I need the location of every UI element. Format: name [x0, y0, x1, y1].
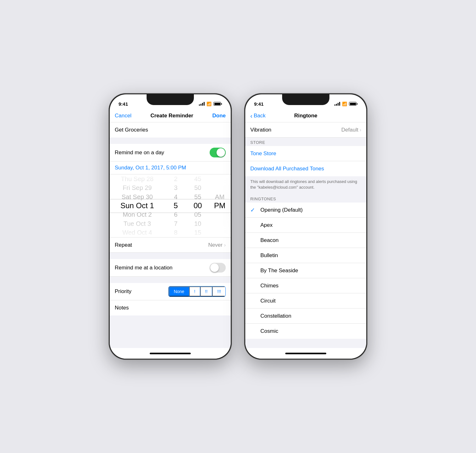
list-item[interactable]: ✓ Chimes	[245, 278, 366, 293]
page-title-ringtone: Ringtone	[294, 113, 317, 119]
ringtone-name: Circuit	[260, 298, 276, 304]
phone-reminder: 9:41 📶 Cancel Create Reminder Done	[109, 93, 232, 360]
cancel-button[interactable]: Cancel	[115, 113, 131, 119]
list-item[interactable]: ✓ Constellation	[245, 309, 366, 324]
divider-3	[110, 280, 231, 283]
ringtone-name: Constellation	[260, 313, 291, 319]
remind-day-toggle[interactable]	[210, 148, 226, 157]
list-item[interactable]: ✓ Cosmic	[245, 324, 366, 339]
done-button[interactable]: Done	[212, 113, 226, 119]
ringtone-name: Opening (Default)	[260, 207, 303, 213]
nav-bar-ringtone: ‹ Back Ringtone	[245, 110, 366, 122]
ringtone-content: Vibration Default › STORE Tone Store Dow…	[245, 122, 366, 359]
wifi-icon-2: 📶	[342, 102, 347, 106]
picker-item: Thu Sep 28	[110, 174, 165, 183]
list-item[interactable]: ✓ Circuit	[245, 293, 366, 309]
picker-item: 7	[165, 219, 187, 228]
picker-item-selected: Sun Oct 1	[110, 201, 165, 210]
list-item[interactable]: ✓ Beacon	[245, 233, 366, 248]
priority-buttons: None ! !! !!!	[168, 286, 226, 297]
picker-item	[209, 210, 231, 219]
ringtone-name: Apex	[260, 222, 273, 228]
picker-item: 45	[187, 174, 209, 183]
tone-store-link[interactable]: Tone Store	[250, 150, 276, 157]
list-item[interactable]: ✓ Bulletin	[245, 248, 366, 263]
status-time-2: 9:41	[254, 101, 264, 107]
vibration-chevron-icon: ›	[360, 127, 361, 133]
repeat-row[interactable]: Repeat Never ›	[110, 238, 231, 253]
picker-col-ampm[interactable]: AM PM	[209, 174, 231, 237]
notch	[147, 94, 194, 105]
picker-item: AM	[209, 192, 231, 201]
bottom-spacer	[110, 319, 231, 325]
notch-2	[282, 94, 329, 105]
picker-col-minute[interactable]: 45 50 55 00 05 10 15	[187, 174, 209, 237]
picker-item: 05	[187, 210, 209, 219]
remind-on-day-label: Remind me on a day	[115, 150, 164, 156]
repeat-label: Repeat	[115, 242, 132, 248]
back-label: Back	[254, 113, 266, 119]
priority-label: Priority	[115, 288, 131, 295]
picker-item: Sat Sep 30	[110, 192, 165, 201]
picker-col-date[interactable]: Thu Sep 28 Fri Sep 29 Sat Sep 30 Sun Oct…	[110, 174, 165, 237]
picker-item: 8	[165, 228, 187, 237]
home-bar-2	[285, 353, 326, 354]
date-link[interactable]: Sunday, Oct 1, 2017, 5:00 PM	[110, 162, 231, 174]
picker-item-selected: 00	[187, 201, 209, 210]
picker-item	[209, 228, 231, 237]
ringtone-name: Beacon	[260, 237, 279, 244]
date-time-picker[interactable]: Thu Sep 28 Fri Sep 29 Sat Sep 30 Sun Oct…	[110, 174, 231, 238]
home-indicator-1	[110, 348, 231, 359]
download-tones-row[interactable]: Download All Purchased Tones	[245, 161, 366, 176]
priority-medium-button[interactable]: !!	[200, 286, 212, 297]
picker-col-hour[interactable]: 2 3 4 5 6 7 8	[165, 174, 187, 237]
tone-store-row[interactable]: Tone Store	[245, 146, 366, 161]
task-name[interactable]: Get Groceries	[110, 122, 231, 138]
divider-2	[110, 256, 231, 259]
picker-item: Mon Oct 2	[110, 210, 165, 219]
status-time-1: 9:41	[119, 101, 128, 107]
picker-item: 4	[165, 192, 187, 201]
ringtones-section-header: RINGTONES	[245, 194, 366, 203]
vibration-value: Default ›	[341, 127, 361, 133]
store-section-header: STORE	[245, 138, 366, 146]
vibration-label: Vibration	[250, 127, 271, 133]
back-button[interactable]: ‹ Back	[250, 113, 265, 119]
picker-item: Tue Oct 3	[110, 219, 165, 228]
phone-ringtone: 9:41 📶 ‹ Back Ringtone	[244, 93, 367, 360]
ringtone-name: By The Seaside	[260, 268, 298, 274]
picker-item: 3	[165, 183, 187, 192]
signal-icon-1	[199, 102, 205, 106]
list-item[interactable]: ✓ By The Seaside	[245, 263, 366, 278]
nav-bar-reminder: Cancel Create Reminder Done	[110, 110, 231, 122]
remind-location-row: Remind me at a location	[110, 259, 231, 277]
picker-item: 6	[165, 210, 187, 219]
picker-item	[209, 219, 231, 228]
list-item[interactable]: ✓ Apex	[245, 218, 366, 233]
ringtone-name: Chimes	[260, 283, 279, 289]
remind-location-toggle[interactable]	[210, 263, 226, 273]
remind-on-day-row: Remind me on a day	[110, 144, 231, 162]
list-item[interactable]: ✓ Opening (Default)	[245, 203, 366, 218]
notes-row[interactable]: Notes	[110, 300, 231, 315]
download-tones-link[interactable]: Download All Purchased Tones	[250, 166, 324, 172]
picker-item-selected: 5	[165, 201, 187, 210]
remind-location-label: Remind me at a location	[115, 265, 172, 271]
priority-low-button[interactable]: !	[189, 286, 200, 297]
picker-item	[209, 183, 231, 192]
vibration-row[interactable]: Vibration Default ›	[245, 122, 366, 138]
picker-item: 2	[165, 174, 187, 183]
page-title-reminder: Create Reminder	[150, 113, 193, 119]
repeat-chevron-icon: ›	[224, 242, 226, 248]
picker-item-selected: PM	[209, 201, 231, 210]
priority-high-button[interactable]: !!!	[212, 286, 225, 297]
repeat-value: Never ›	[208, 242, 226, 248]
priority-none-button[interactable]: None	[169, 286, 189, 297]
picker-item: Fri Sep 29	[110, 183, 165, 192]
ringtones-list: ✓ Opening (Default) ✓ Apex ✓ Beacon	[245, 203, 366, 339]
picker-item	[209, 174, 231, 183]
picker-item: 55	[187, 192, 209, 201]
signal-icon-2	[334, 102, 340, 106]
priority-row: Priority None ! !! !!!	[110, 283, 231, 300]
home-indicator-2	[245, 348, 366, 359]
